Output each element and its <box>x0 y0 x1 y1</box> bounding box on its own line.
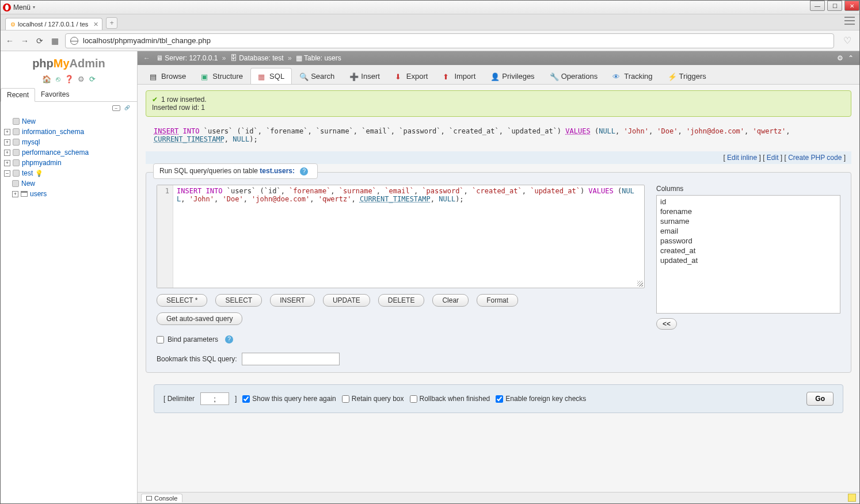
main-tabs: ▤Browse ▣Structure ▦SQL 🔍Search ➕Insert … <box>138 65 859 85</box>
bulb-icon: 💡 <box>35 170 43 177</box>
page-up-icon[interactable]: ⌃ <box>848 54 854 62</box>
tree-table-users[interactable]: +users <box>4 189 134 199</box>
url-input[interactable]: localhost/phpmyadmin/tbl_change.php <box>65 33 834 48</box>
insert-column-button[interactable]: << <box>656 318 677 330</box>
edit-inline-link[interactable]: Edit inline <box>727 154 757 162</box>
sql-code[interactable]: INSERT INTO `users` (`id`, `forename`, `… <box>173 185 644 288</box>
back-button[interactable]: ← <box>5 36 14 45</box>
insert-button[interactable]: INSERT <box>270 294 315 307</box>
column-item[interactable]: id <box>659 197 838 207</box>
column-item[interactable]: created_at <box>659 246 838 255</box>
bc-db[interactable]: test <box>272 54 283 62</box>
logout-icon[interactable]: ⎋ <box>56 75 60 83</box>
show-again-checkbox[interactable] <box>242 395 250 403</box>
export-icon: ⬇ <box>395 72 403 81</box>
settings-icon[interactable]: ⚙ <box>78 75 85 83</box>
go-button[interactable]: Go <box>806 392 834 406</box>
docs-icon[interactable]: ❓ <box>64 75 74 83</box>
browser-menu[interactable]: Menü ▾ <box>3 3 35 12</box>
tab-privileges[interactable]: 👤Privileges <box>483 68 542 84</box>
link-icon[interactable]: 🔗 <box>123 106 131 112</box>
sidebar-tab-favorites[interactable]: Favorites <box>35 88 75 101</box>
titlebar: Menü ▾ — ☐ ✕ <box>1 1 859 14</box>
select-star-button[interactable]: SELECT * <box>157 294 207 307</box>
expander-icon[interactable]: + <box>4 150 10 156</box>
tree-db[interactable]: +phpmyadmin <box>4 158 134 168</box>
bind-params-checkbox[interactable] <box>157 336 164 343</box>
clear-button[interactable]: Clear <box>432 294 469 307</box>
expander-icon[interactable]: + <box>4 139 10 146</box>
tree-db[interactable]: +mysql <box>4 137 134 147</box>
tab-import[interactable]: ⬆Import <box>435 68 483 84</box>
close-window-button[interactable]: ✕ <box>844 1 859 11</box>
home-icon[interactable]: 🏠 <box>42 75 51 83</box>
sql-editor[interactable]: 1 INSERT INTO `users` (`id`, `forename`,… <box>157 185 645 288</box>
fk-checkbox[interactable] <box>496 395 503 403</box>
rollback-checkbox[interactable] <box>410 395 417 403</box>
resize-handle-icon[interactable] <box>637 281 643 287</box>
tab-search[interactable]: 🔍Search <box>292 68 342 84</box>
column-item[interactable]: surname <box>659 216 838 226</box>
maximize-button[interactable]: ☐ <box>827 1 842 11</box>
delimiter-input[interactable] <box>200 392 229 405</box>
tree-new-table[interactable]: New <box>4 178 134 189</box>
sidebar-tab-recent[interactable]: Recent <box>1 88 35 102</box>
minimize-button[interactable]: — <box>810 1 825 11</box>
select-button[interactable]: SELECT <box>215 294 262 307</box>
tree-db[interactable]: +information_schema <box>4 127 134 137</box>
bookmark-input[interactable] <box>242 353 340 365</box>
reload-nav-icon[interactable]: ⟳ <box>89 75 96 83</box>
expander-icon[interactable]: + <box>4 160 10 166</box>
pma-logo[interactable]: phpMyAdmin <box>1 55 137 72</box>
forward-button[interactable]: → <box>20 36 29 45</box>
retain-checkbox[interactable] <box>342 395 349 403</box>
tree-db-test[interactable]: –test💡 <box>4 168 134 178</box>
tree-new[interactable]: New <box>4 116 134 127</box>
page-settings-icon[interactable]: ⚙ <box>837 54 843 62</box>
collapse-tree-icon[interactable]: – <box>112 105 120 111</box>
delete-button[interactable]: DELETE <box>378 294 425 307</box>
tab-browse[interactable]: ▤Browse <box>142 68 193 84</box>
format-button[interactable]: Format <box>477 294 518 307</box>
close-tab-icon[interactable]: ✕ <box>93 21 98 28</box>
delimiter-close: ] <box>235 395 237 403</box>
expander-icon[interactable]: + <box>4 129 10 135</box>
db-icon: 🗄 <box>230 54 237 62</box>
tab-insert[interactable]: ➕Insert <box>342 68 387 84</box>
main: ← 🖥 Server: 127.0.0.1 » 🗄 Database: test… <box>138 51 859 503</box>
collapse-icon[interactable]: – <box>4 170 10 177</box>
browse-icon: ▤ <box>150 72 158 81</box>
console-bar[interactable]: Console <box>138 492 859 503</box>
create-php-link[interactable]: Create PHP code <box>788 154 842 162</box>
expander-icon[interactable]: + <box>12 191 18 197</box>
tab-operations[interactable]: 🔧Operations <box>542 68 606 84</box>
tab-export[interactable]: ⬇Export <box>387 68 436 84</box>
tab-structure[interactable]: ▣Structure <box>193 68 250 84</box>
notification-icon[interactable] <box>848 494 856 502</box>
speed-dial-icon[interactable]: ▦ <box>50 36 59 45</box>
help-icon[interactable]: ? <box>225 335 233 343</box>
hamburger-icon[interactable] <box>844 17 855 25</box>
column-item[interactable]: forename <box>659 207 838 216</box>
bookmark-heart-icon[interactable]: ♡ <box>840 35 855 46</box>
reload-button[interactable]: ⟳ <box>35 36 44 45</box>
bc-table[interactable]: users <box>324 54 341 62</box>
get-autosaved-button[interactable]: Get auto-saved query <box>157 312 242 325</box>
tab-triggers[interactable]: ⚡Triggers <box>660 68 714 84</box>
help-icon[interactable]: ? <box>300 167 308 175</box>
nav-back-icon[interactable]: ← <box>143 54 150 62</box>
bc-server[interactable]: 127.0.0.1 <box>189 54 218 62</box>
new-tab-button[interactable]: + <box>106 17 117 29</box>
tab-bar: ⚙ localhost / 127.0.0.1 / tes ✕ + <box>1 14 859 30</box>
edit-link[interactable]: Edit <box>767 154 779 162</box>
tab-sql[interactable]: ▦SQL <box>250 68 292 84</box>
columns-list[interactable]: id forename surname email password creat… <box>656 195 840 314</box>
tree-db[interactable]: +performance_schema <box>4 147 134 158</box>
tab-tracking[interactable]: 👁Tracking <box>605 68 660 84</box>
column-item[interactable]: updated_at <box>659 255 838 265</box>
column-item[interactable]: email <box>659 226 838 236</box>
db-tree: New +information_schema +mysql +performa… <box>1 113 137 203</box>
update-button[interactable]: UPDATE <box>323 294 370 307</box>
column-item[interactable]: password <box>659 236 838 246</box>
browser-tab[interactable]: ⚙ localhost / 127.0.0.1 / tes ✕ <box>5 18 102 30</box>
